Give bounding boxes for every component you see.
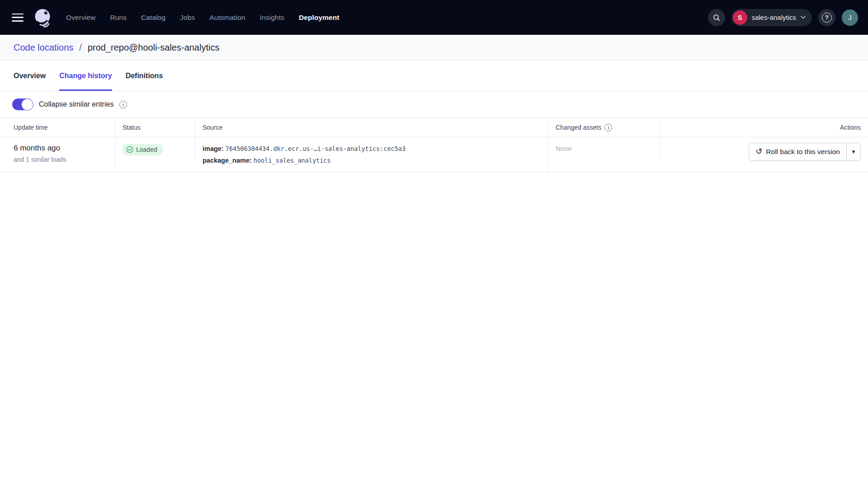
source-package-label: package_name: [203, 157, 254, 164]
user-avatar[interactable]: J [842, 9, 858, 26]
header-update-time: Update time [0, 117, 115, 137]
rollback-history-icon: ↺ [755, 147, 762, 155]
rollback-button[interactable]: ↺ Roll back to this version [749, 143, 846, 160]
rollback-button-label: Roll back to this version [766, 148, 840, 156]
topnav-right-controls: S sales-analytics ? J [708, 9, 858, 26]
cell-update-time: 6 months ago and 1 similar loads [0, 137, 115, 169]
header-changed-assets-label: Changed assets [556, 124, 601, 131]
table-row: 6 months ago and 1 similar loads Loaded … [0, 137, 868, 172]
status-badge: Loaded [123, 144, 163, 155]
tab-change-history[interactable]: Change history [59, 61, 112, 91]
nav-item-deployment[interactable]: Deployment [299, 14, 340, 22]
tab-bar: Overview Change history Definitions [0, 61, 868, 91]
toggle-knob [21, 99, 33, 111]
org-badge: S [733, 10, 747, 25]
changed-assets-info-icon[interactable]: i [604, 124, 612, 131]
header-changed-assets: Changed assets i [548, 117, 660, 137]
org-name: sales-analytics [752, 14, 796, 21]
breadcrumb-code-locations-link[interactable]: Code locations [14, 42, 73, 53]
cell-actions: ↺ Roll back to this version ▼ [660, 137, 868, 166]
cell-status: Loaded [115, 137, 195, 161]
breadcrumb-separator: / [79, 42, 82, 53]
header-actions: Actions [660, 117, 868, 137]
header-status: Status [115, 117, 195, 137]
rollback-split-button: ↺ Roll back to this version ▼ [749, 143, 861, 161]
help-icon: ? [822, 13, 832, 23]
similar-loads-subtext: and 1 similar loads [14, 156, 115, 163]
cell-source: image: 764506304434.dkr.ecr.us-…i-sales-… [195, 137, 548, 172]
filter-row: Collapse similar entries i [0, 91, 868, 117]
table-header-row: Update time Status Source Changed assets… [0, 117, 868, 137]
search-icon [712, 14, 721, 22]
check-circle-icon [126, 146, 133, 153]
nav-item-automation[interactable]: Automation [209, 14, 245, 22]
collapse-info-icon[interactable]: i [119, 101, 127, 108]
chevron-down-icon [801, 16, 806, 19]
org-switcher[interactable]: S sales-analytics [731, 9, 812, 26]
source-package-value: hooli_sales_analytics [254, 157, 331, 164]
help-button[interactable]: ? [818, 9, 835, 26]
collapse-toggle-label: Collapse similar entries [39, 100, 113, 108]
header-source: Source [195, 117, 548, 137]
collapse-similar-entries-toggle[interactable] [12, 99, 33, 110]
dagster-logo-icon[interactable] [33, 7, 53, 28]
hamburger-menu-icon[interactable] [12, 14, 24, 22]
nav-item-runs[interactable]: Runs [110, 14, 127, 22]
tab-definitions[interactable]: Definitions [126, 61, 163, 91]
update-time-value: 6 months ago [14, 144, 115, 153]
change-history-table: Update time Status Source Changed assets… [0, 117, 868, 172]
source-image-label: image: [203, 145, 226, 152]
top-navigation-bar: Overview Runs Catalog Jobs Automation In… [0, 0, 868, 35]
changed-assets-value: None [556, 145, 660, 152]
nav-item-jobs[interactable]: Jobs [180, 14, 195, 22]
rollback-dropdown-caret[interactable]: ▼ [847, 143, 860, 160]
breadcrumb: Code locations / prod_repo@hooli-sales-a… [0, 35, 868, 61]
search-button[interactable] [708, 9, 725, 26]
status-badge-label: Loaded [136, 146, 157, 153]
breadcrumb-current-location: prod_repo@hooli-sales-analytics [88, 42, 220, 53]
nav-item-overview[interactable]: Overview [66, 14, 95, 22]
primary-nav: Overview Runs Catalog Jobs Automation In… [66, 14, 340, 22]
tab-overview[interactable]: Overview [14, 61, 46, 91]
source-image-value: 764506304434.dkr.ecr.us-…i-sales-analyti… [226, 145, 406, 152]
cell-changed-assets: None [548, 137, 660, 158]
nav-item-insights[interactable]: Insights [260, 14, 284, 22]
nav-item-catalog[interactable]: Catalog [141, 14, 165, 22]
